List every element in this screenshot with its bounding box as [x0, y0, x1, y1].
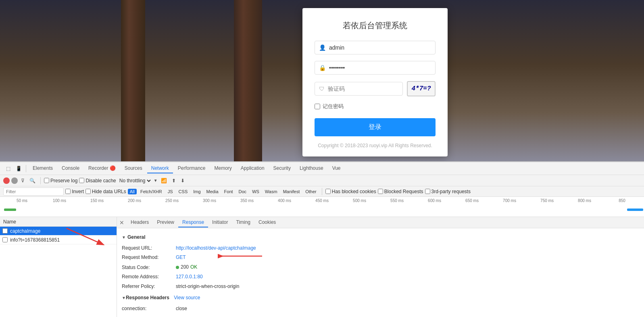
toolbar-separator: [26, 165, 26, 172]
filter-tag-font[interactable]: Font: [222, 189, 235, 194]
password-field-container: 🔒: [315, 61, 436, 75]
invert-checkbox[interactable]: Invert: [65, 189, 84, 194]
tab-application[interactable]: Application: [237, 164, 269, 173]
detail-tab-response[interactable]: Response: [178, 218, 208, 227]
filter-tag-ws[interactable]: WS: [250, 189, 261, 194]
detail-tab-initiator[interactable]: Initiator: [208, 218, 232, 227]
remember-label: 记住密码: [323, 103, 344, 110]
tl-550ms: 550 ms: [378, 198, 416, 203]
detail-tab-timing[interactable]: Timing: [232, 218, 254, 227]
hide-data-urls-checkbox[interactable]: Hide data URLs: [85, 189, 126, 194]
tab-network[interactable]: Network: [147, 164, 173, 173]
remember-checkbox[interactable]: [315, 104, 320, 109]
request-item-captcha[interactable]: captchaImage: [0, 227, 117, 236]
devtools-panel: ⬚ 📱 Elements Console Recorder 🔴 Sources …: [0, 161, 644, 317]
export-icon[interactable]: ⬇: [179, 177, 186, 184]
timeline-blue-bar: [627, 209, 643, 211]
tl-600ms: 600 ms: [416, 198, 453, 203]
remote-value: 127.0.0.1:80: [176, 273, 203, 282]
tab-memory[interactable]: Memory: [210, 164, 236, 173]
detail-close-button[interactable]: ✕: [119, 219, 125, 226]
wooden-pole-right: [234, 0, 262, 161]
filter-bar: Invert Hide data URLs All Fetch/XHR JS C…: [0, 186, 644, 197]
response-headers-section: Response Headers View source: [122, 294, 639, 302]
captcha-input[interactable]: [328, 86, 398, 92]
detail-tab-cookies[interactable]: Cookies: [254, 218, 280, 227]
filter-tag-manifest[interactable]: Manifest: [281, 189, 302, 194]
detail-tab-headers[interactable]: Headers: [127, 218, 153, 227]
tab-sources[interactable]: Sources: [121, 164, 146, 173]
remember-row: 记住密码: [315, 103, 436, 110]
clear-button[interactable]: [11, 177, 18, 184]
remote-key: Remote Address:: [122, 273, 174, 282]
filter-tag-media[interactable]: Media: [204, 189, 221, 194]
timeline-bar: 50 ms 100 ms 150 ms 200 ms 250 ms 300 ms…: [0, 197, 644, 217]
tab-console[interactable]: Console: [58, 164, 83, 173]
lock-icon: 🔒: [319, 65, 326, 71]
wooden-pole-left: [121, 0, 145, 161]
captcha-row: 🛡 4*7=?: [315, 81, 436, 96]
tl-50ms: 50 ms: [3, 198, 41, 203]
detail-content: General Request URL: http://localhost/de…: [117, 228, 644, 317]
request-url-row: Request URL: http://localhost/dev-api/ca…: [122, 244, 639, 253]
username-input[interactable]: [329, 44, 431, 51]
request-url-value[interactable]: http://localhost/dev-api/captchaImage: [176, 244, 256, 253]
tab-vue[interactable]: Vue: [328, 164, 345, 173]
has-blocked-checkbox[interactable]: Has blocked cookies: [325, 189, 376, 194]
login-title: 若依后台管理系统: [315, 20, 436, 31]
tl-850: 850: [603, 198, 641, 203]
connection-row: connection: close: [122, 304, 639, 314]
blocked-requests-checkbox[interactable]: Blocked Requests: [378, 189, 423, 194]
import-icon[interactable]: ⬆: [170, 177, 177, 184]
captcha-image[interactable]: 4*7=?: [407, 81, 436, 96]
filter-tag-other[interactable]: Other: [303, 189, 319, 194]
filter-icon[interactable]: ⊽: [19, 177, 26, 184]
filter-tag-img[interactable]: Img: [191, 189, 202, 194]
view-source-link[interactable]: View source: [174, 295, 200, 300]
tl-350ms: 350 ms: [228, 198, 266, 203]
request-list-header: Name: [0, 217, 117, 227]
filter-tag-all[interactable]: All: [128, 189, 137, 194]
tab-recorder[interactable]: Recorder 🔴: [84, 164, 120, 173]
method-value: GET: [176, 253, 186, 262]
preserve-log-checkbox[interactable]: Preserve log: [44, 178, 77, 184]
disable-cache-checkbox[interactable]: Disable cache: [79, 178, 116, 184]
request-checkbox-captcha[interactable]: [2, 228, 8, 234]
devtools-tab-bar: ⬚ 📱 Elements Console Recorder 🔴 Sources …: [0, 162, 644, 175]
filter-tag-fetch[interactable]: Fetch/XHR: [138, 189, 164, 194]
request-checkbox-info[interactable]: [2, 237, 8, 242]
tab-lighthouse[interactable]: Lighthouse: [296, 164, 327, 173]
shield-icon: 🛡: [319, 86, 325, 92]
throttle-select[interactable]: No throttling: [118, 177, 152, 184]
request-list: Name captchaImage info?t=1678368815851: [0, 217, 117, 317]
filter-tag-js[interactable]: JS: [166, 189, 175, 194]
status-key: Status Code:: [122, 263, 174, 272]
search-icon[interactable]: 🔍: [28, 177, 37, 184]
login-card: 若依后台管理系统 👤 🔒 🛡 4*7=? 记住密码 登录 Copyright ©…: [302, 8, 448, 156]
inspect-icon[interactable]: ⬚: [3, 164, 13, 173]
status-row: Status Code: 200 OK: [122, 263, 639, 272]
filter-input[interactable]: [3, 188, 64, 196]
sep1: [40, 177, 41, 184]
tab-security[interactable]: Security: [269, 164, 295, 173]
username-field-container: 👤: [315, 41, 436, 54]
device-icon[interactable]: 📱: [14, 164, 23, 173]
filter-tag-wasm[interactable]: Wasm: [263, 189, 279, 194]
login-button[interactable]: 登录: [315, 118, 436, 136]
timeline-labels: 50 ms 100 ms 150 ms 200 ms 250 ms 300 ms…: [0, 198, 644, 203]
user-icon: 👤: [319, 44, 326, 51]
tab-performance[interactable]: Performance: [174, 164, 210, 173]
filter-tag-doc[interactable]: Doc: [237, 189, 249, 194]
filter-tag-css[interactable]: CSS: [177, 189, 190, 194]
timeline-green-bar: [4, 209, 16, 211]
third-party-checkbox[interactable]: 3rd-party requests: [425, 189, 471, 194]
detail-tab-preview[interactable]: Preview: [153, 218, 178, 227]
record-button[interactable]: [3, 177, 10, 184]
tl-450ms: 450 ms: [303, 198, 341, 203]
network-conditions-icon[interactable]: 📶: [159, 177, 169, 184]
request-item-info[interactable]: info?t=1678368815851: [0, 236, 117, 244]
tab-elements[interactable]: Elements: [29, 164, 57, 173]
tl-500ms: 500 ms: [341, 198, 378, 203]
tl-300ms: 300 ms: [191, 198, 228, 203]
password-input[interactable]: [329, 65, 431, 71]
